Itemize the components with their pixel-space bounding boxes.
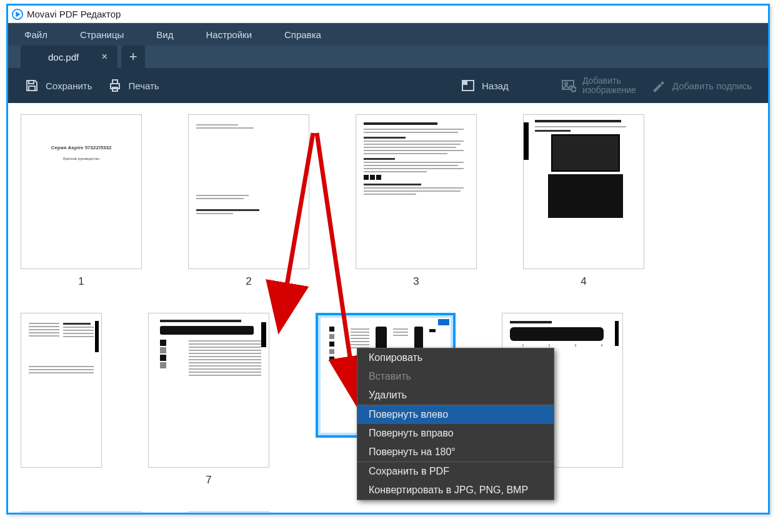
page-thumb-11[interactable] <box>188 511 269 513</box>
toolbar: Сохранить Печать Назад Добавить изображе… <box>8 68 768 103</box>
ctx-save-pdf[interactable]: Сохранить в PDF <box>357 462 554 481</box>
print-label: Печать <box>129 81 159 91</box>
add-image-label: Добавить изображение <box>582 76 636 96</box>
save-button[interactable]: Сохранить <box>17 74 100 97</box>
add-signature-button[interactable]: Добавить подпись <box>644 74 759 97</box>
page-preview <box>188 511 269 513</box>
svg-rect-3 <box>29 86 35 91</box>
thumbnail-view: Серия Aspire 5732Z/5332 Краткое руководс… <box>8 103 768 513</box>
tabbar: doc.pdf × + <box>8 46 768 68</box>
page-preview <box>188 114 309 269</box>
add-signature-label: Добавить подпись <box>672 81 752 91</box>
signature-icon <box>651 78 666 93</box>
app-icon <box>12 9 23 20</box>
page-thumb-1[interactable]: Серия Aspire 5732Z/5332 Краткое руководс… <box>21 114 142 288</box>
page-number: 7 <box>206 474 211 486</box>
page-preview <box>148 313 269 468</box>
page-number: 2 <box>246 275 251 288</box>
page-preview <box>21 511 142 513</box>
tab-label: doc.pdf <box>48 52 79 62</box>
image-icon <box>561 78 576 93</box>
back-icon <box>461 78 476 93</box>
add-tab-button[interactable]: + <box>121 46 145 68</box>
page-thumb-10[interactable]: 10 <box>21 511 142 513</box>
ctx-delete[interactable]: Удалить <box>357 386 554 405</box>
document-tab[interactable]: doc.pdf × <box>21 46 117 68</box>
save-icon <box>24 78 39 93</box>
svg-rect-2 <box>29 81 34 84</box>
menu-help[interactable]: Справка <box>284 29 321 40</box>
page-number: 1 <box>78 275 84 288</box>
ctx-copy[interactable]: Копировать <box>357 348 554 367</box>
svg-rect-8 <box>462 81 467 85</box>
plus-icon: + <box>129 49 137 65</box>
add-image-button[interactable]: Добавить изображение <box>554 72 644 99</box>
back-button[interactable]: Назад <box>453 74 516 97</box>
menu-view[interactable]: Вид <box>156 29 173 40</box>
svg-rect-5 <box>112 80 117 84</box>
svg-marker-1 <box>16 11 20 17</box>
page-thumb-2[interactable]: 2 <box>188 114 309 288</box>
ctx-convert[interactable]: Конвертировать в JPG, PNG, BMP <box>357 481 554 500</box>
back-label: Назад <box>482 81 509 91</box>
page-preview <box>21 313 102 468</box>
ctx-rotate-right[interactable]: Повернуть вправо <box>357 424 554 443</box>
tab-close-icon[interactable]: × <box>101 51 107 63</box>
titlebar: Movavi PDF Редактор <box>8 6 768 23</box>
ctx-rotate-left[interactable]: Повернуть влево <box>357 405 554 424</box>
page-thumb-7[interactable]: 7 <box>148 313 269 486</box>
svg-point-10 <box>565 82 567 85</box>
ctx-rotate-180[interactable]: Повернуть на 180° <box>357 443 554 461</box>
page-thumb-3[interactable]: 3 <box>356 114 477 288</box>
print-button[interactable]: Печать <box>100 74 167 97</box>
page-thumb-5[interactable] <box>21 313 102 486</box>
menubar: Файл Страницы Вид Настройки Справка <box>8 23 768 46</box>
menu-file[interactable]: Файл <box>24 29 47 40</box>
save-label: Сохранить <box>46 81 92 91</box>
page-preview <box>356 114 477 269</box>
app-title: Movavi PDF Редактор <box>27 9 121 19</box>
ctx-paste: Вставить <box>357 367 554 386</box>
page-thumb-4[interactable]: 4 <box>523 114 644 288</box>
print-icon <box>107 78 122 93</box>
page-number: 4 <box>581 275 586 288</box>
menu-pages[interactable]: Страницы <box>80 29 124 40</box>
page-preview <box>523 114 644 269</box>
menu-settings[interactable]: Настройки <box>206 29 252 40</box>
page-preview: Серия Aspire 5732Z/5332 Краткое руководс… <box>21 114 142 269</box>
page-number: 3 <box>413 275 419 288</box>
context-menu: Копировать Вставить Удалить Повернуть вл… <box>357 348 554 500</box>
